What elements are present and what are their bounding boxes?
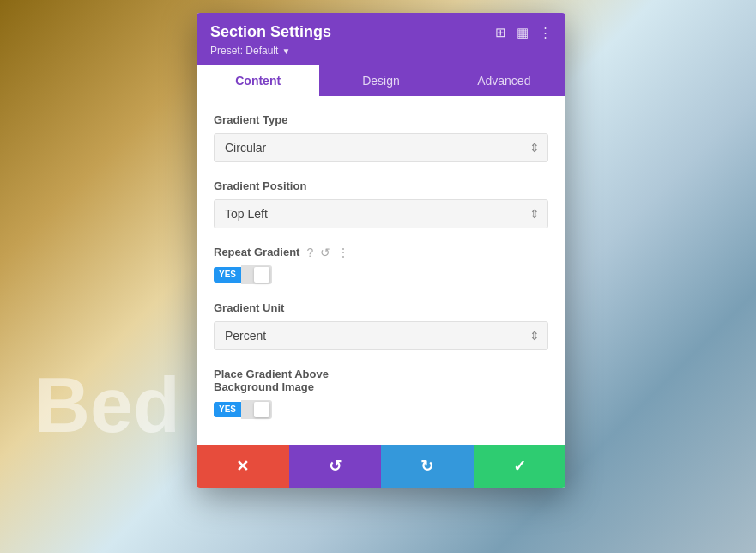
gradient-unit-select[interactable]: Percent Pixels bbox=[214, 321, 548, 350]
cancel-button[interactable]: ✕ bbox=[197, 445, 289, 488]
place-gradient-switch[interactable] bbox=[241, 400, 272, 419]
preset-arrow-icon: ▼ bbox=[281, 46, 290, 56]
section-settings-panel: Section Settings ⊞ ▦ ⋮ Preset: Default ▼… bbox=[197, 13, 565, 488]
gradient-unit-label: Gradient Unit bbox=[214, 301, 548, 314]
panel-body: Gradient Type Circular Linear Conic ⇕ Gr… bbox=[197, 96, 565, 445]
tab-advanced[interactable]: Advanced bbox=[443, 65, 565, 96]
panel-header: Section Settings ⊞ ▦ ⋮ Preset: Default ▼ bbox=[197, 13, 565, 65]
tab-content[interactable]: Content bbox=[197, 65, 319, 96]
place-gradient-field: Place Gradient Above Background Image YE… bbox=[214, 368, 548, 419]
repeat-gradient-toggle[interactable]: YES bbox=[214, 265, 548, 284]
panel-footer: ✕ ↺ ↻ ✓ bbox=[197, 445, 565, 488]
gradient-type-field: Gradient Type Circular Linear Conic ⇕ bbox=[214, 113, 548, 162]
gradient-unit-field: Gradient Unit Percent Pixels ⇕ bbox=[214, 301, 548, 350]
place-gradient-toggle[interactable]: YES bbox=[214, 400, 548, 419]
reset-button[interactable]: ↺ bbox=[289, 445, 382, 488]
place-gradient-label: Place Gradient Above Background Image bbox=[214, 368, 548, 393]
gradient-position-field: Gradient Position Top Left Top Center To… bbox=[214, 179, 548, 228]
panel-title: Section Settings bbox=[210, 23, 331, 41]
place-gradient-yes-label: YES bbox=[214, 402, 241, 417]
panel-tabs: Content Design Advanced bbox=[197, 65, 565, 96]
gradient-unit-select-wrapper: Percent Pixels ⇕ bbox=[214, 321, 548, 350]
gradient-position-label: Gradient Position bbox=[214, 179, 548, 192]
background-text: Bed bbox=[34, 362, 180, 450]
place-gradient-knob bbox=[254, 402, 269, 417]
repeat-gradient-more-icon[interactable]: ⋮ bbox=[337, 246, 349, 258]
more-icon[interactable]: ⋮ bbox=[539, 26, 552, 39]
repeat-gradient-reset-icon[interactable]: ↺ bbox=[320, 246, 330, 258]
repeat-gradient-help-icon[interactable]: ? bbox=[306, 246, 313, 258]
panel-header-top: Section Settings ⊞ ▦ ⋮ bbox=[210, 23, 552, 41]
repeat-gradient-label: Repeat Gradient bbox=[214, 246, 299, 258]
gradient-position-select[interactable]: Top Left Top Center Top Right Center Bot… bbox=[214, 199, 548, 228]
layout-icon[interactable]: ▦ bbox=[517, 26, 529, 39]
tab-design[interactable]: Design bbox=[319, 65, 442, 96]
repeat-gradient-label-row: Repeat Gradient ? ↺ ⋮ bbox=[214, 246, 548, 258]
preset-label: Preset: Default bbox=[210, 45, 278, 57]
repeat-gradient-yes-label: YES bbox=[214, 267, 241, 283]
preset-row[interactable]: Preset: Default ▼ bbox=[210, 45, 552, 57]
gradient-type-select[interactable]: Circular Linear Conic bbox=[214, 133, 548, 162]
expand-icon[interactable]: ⊞ bbox=[495, 26, 506, 39]
gradient-type-select-wrapper: Circular Linear Conic ⇕ bbox=[214, 133, 548, 162]
gradient-position-select-wrapper: Top Left Top Center Top Right Center Bot… bbox=[214, 199, 548, 228]
redo-button[interactable]: ↻ bbox=[381, 445, 474, 488]
repeat-gradient-switch[interactable] bbox=[241, 265, 272, 284]
gradient-type-label: Gradient Type bbox=[214, 113, 548, 126]
repeat-gradient-field: Repeat Gradient ? ↺ ⋮ YES bbox=[214, 246, 548, 284]
repeat-gradient-knob bbox=[254, 267, 269, 283]
panel-header-icons: ⊞ ▦ ⋮ bbox=[495, 26, 552, 39]
save-button[interactable]: ✓ bbox=[474, 445, 566, 488]
